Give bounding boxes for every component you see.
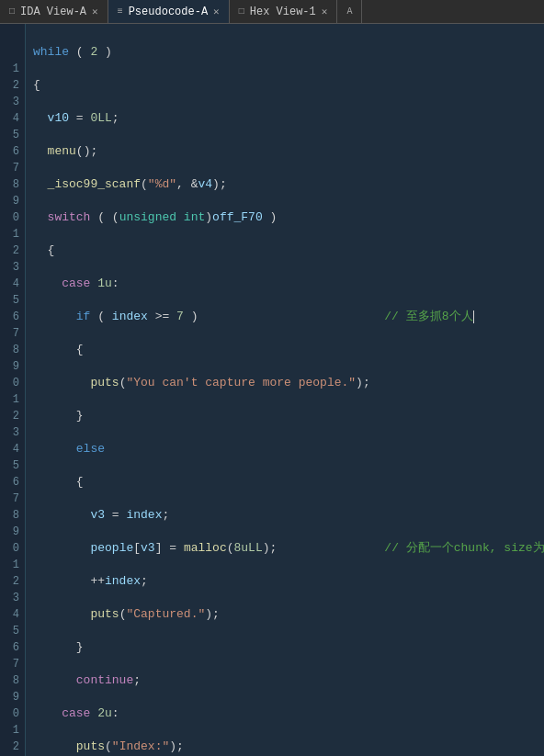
tab-hex-close[interactable]: ✕ — [322, 6, 328, 17]
code-line: case 2u: — [33, 705, 537, 722]
tab-pseudo-icon: ≡ — [118, 6, 123, 17]
code-line: } — [33, 639, 537, 656]
code-area: 1 2 3 4 5 6 7 8 9 0 1 2 3 4 5 6 7 8 9 0 … — [0, 24, 544, 756]
code-line: menu(); — [33, 143, 537, 160]
code-line: while ( 2 ) — [33, 44, 537, 61]
code-line: } — [33, 408, 537, 424]
code-line: if ( index >= 7 ) // 至多抓8个人 — [33, 309, 537, 325]
code-line: { — [33, 342, 537, 358]
line-numbers: 1 2 3 4 5 6 7 8 9 0 1 2 3 4 5 6 7 8 9 0 … — [0, 24, 26, 756]
code-line: continue; — [33, 672, 537, 689]
tab-extra[interactable]: A — [337, 0, 362, 23]
code-line: case 1u: — [33, 276, 537, 292]
tab-hex-icon: □ — [239, 6, 244, 17]
title-bar: □ IDA View-A ✕ ≡ Pseudocode-A ✕ □ Hex Vi… — [0, 0, 544, 24]
tab-hex-label: Hex View-1 — [250, 6, 316, 18]
tab-ida-label: IDA View-A — [20, 6, 86, 18]
code-line: puts("You can't capture more people."); — [33, 375, 537, 391]
code-line: puts("Index:"); — [33, 739, 537, 755]
code-line: v3 = index; — [33, 507, 537, 524]
code-line: { — [33, 77, 537, 94]
tab-hex-view[interactable]: □ Hex View-1 ✕ — [230, 0, 338, 23]
code-line: puts("Captured."); — [33, 606, 537, 623]
code-content[interactable]: while ( 2 ) { v10 = 0LL; menu(); _isoc99… — [26, 24, 544, 756]
code-line: else — [33, 441, 537, 457]
tab-extra-icon: A — [346, 6, 352, 17]
tab-ida-icon: □ — [9, 6, 15, 17]
code-line: people[v3] = malloc(8uLL); // 分配一个chunk,… — [33, 540, 537, 557]
tab-ida-view[interactable]: □ IDA View-A ✕ — [0, 0, 108, 23]
tab-pseudo-close[interactable]: ✕ — [213, 6, 220, 17]
code-line: switch ( (unsigned int)off_F70 ) — [33, 209, 537, 226]
tab-ida-close[interactable]: ✕ — [92, 6, 98, 17]
code-line: ++index; — [33, 573, 537, 590]
tab-pseudo-label: Pseudocode-A — [129, 6, 208, 18]
code-line: v10 = 0LL; — [33, 110, 537, 127]
code-line: _isoc99_scanf("%d", &v4); — [33, 176, 537, 193]
code-line: { — [33, 474, 537, 491]
code-line: { — [33, 243, 537, 259]
tab-pseudocode[interactable]: ≡ Pseudocode-A ✕ — [108, 0, 230, 23]
